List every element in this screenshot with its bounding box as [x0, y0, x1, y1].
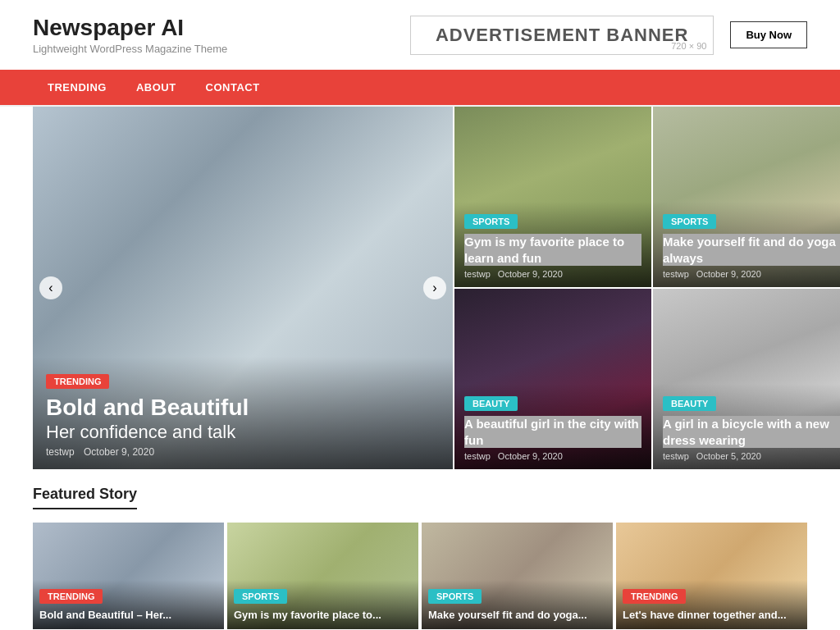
- card4-overlay: BEAUTY A girl in a bicycle with a new dr…: [653, 384, 840, 469]
- featured-grid: TRENDING Bold and Beautiful – Her... SPO…: [33, 523, 807, 629]
- card3-title: A beautiful girl in the city with fun: [464, 416, 641, 448]
- feat-card-4[interactable]: TRENDING Let's have dinner together and.…: [616, 523, 807, 629]
- card3-overlay: BEAUTY A beautiful girl in the city with…: [454, 384, 651, 469]
- hero-card-2[interactable]: SPORTS Make yourself fit and do yoga alw…: [653, 107, 840, 287]
- hero-card-1[interactable]: SPORTS Gym is my favorite place to learn…: [454, 107, 651, 287]
- feat3-title: Make yourself fit and do yoga...: [428, 609, 606, 623]
- card3-meta: testwp October 9, 2020: [464, 451, 641, 461]
- card1-badge: SPORTS: [464, 214, 518, 229]
- card2-overlay: SPORTS Make yourself fit and do yoga alw…: [653, 202, 840, 287]
- card1-meta: testwp October 9, 2020: [464, 269, 641, 279]
- feat-card-1[interactable]: TRENDING Bold and Beautiful – Her...: [33, 523, 224, 629]
- feat4-badge: TRENDING: [623, 589, 686, 604]
- feat1-badge: TRENDING: [39, 589, 103, 604]
- feat-card-3[interactable]: SPORTS Make yourself fit and do yoga...: [422, 523, 613, 629]
- ad-size: 720 × 90: [671, 41, 706, 51]
- hero-large-title1: Bold and Beautiful: [46, 394, 440, 422]
- card2-meta: testwp October 9, 2020: [663, 269, 840, 279]
- feat2-title: Gym is my favorite place to...: [234, 609, 412, 623]
- hero-large-badge: TRENDING: [46, 374, 109, 389]
- featured-section-title: Featured Story: [33, 486, 137, 509]
- hero-grid: ‹ › TRENDING Bold and Beautiful Her conf…: [33, 107, 807, 469]
- card1-title: Gym is my favorite place to learn and fu…: [464, 234, 641, 266]
- card2-title: Make yourself fit and do yoga always: [663, 234, 840, 266]
- buy-now-button[interactable]: Buy Now: [730, 21, 807, 48]
- slider-arrow-left[interactable]: ‹: [39, 276, 62, 299]
- card4-meta: testwp October 5, 2020: [663, 451, 840, 461]
- nav-item-about[interactable]: ABOUT: [121, 70, 191, 105]
- hero-large-overlay: TRENDING Bold and Beautiful Her confiden…: [33, 357, 453, 469]
- main-content: ‹ › TRENDING Bold and Beautiful Her conf…: [0, 107, 840, 630]
- feat-card-2[interactable]: SPORTS Gym is my favorite place to...: [227, 523, 418, 629]
- card1-overlay: SPORTS Gym is my favorite place to learn…: [454, 202, 651, 287]
- slider-arrow-right[interactable]: ›: [423, 276, 446, 299]
- card4-title: A girl in a bicycle with a new dress wea…: [663, 416, 840, 448]
- hero-card-3[interactable]: BEAUTY A beautiful girl in the city with…: [454, 289, 651, 469]
- ad-text: ADVERTISEMENT BANNER: [436, 25, 688, 46]
- feat3-badge: SPORTS: [428, 589, 482, 604]
- feat1-title: Bold and Beautiful – Her...: [39, 609, 217, 623]
- nav-items: TRENDING ABOUT CONTACT: [0, 70, 840, 105]
- site-header: Newspaper AI Lightweight WordPress Magaz…: [0, 0, 840, 70]
- featured-section: Featured Story TRENDING Bold and Beautif…: [0, 469, 840, 630]
- site-subtitle: Lightweight WordPress Magazine Theme: [33, 43, 227, 55]
- card2-badge: SPORTS: [663, 214, 716, 229]
- feat3-overlay: SPORTS Make yourself fit and do yoga...: [422, 580, 613, 629]
- hero-large-title2: Her confidence and talk: [46, 422, 440, 443]
- nav-item-trending[interactable]: TRENDING: [33, 70, 121, 105]
- card3-badge: BEAUTY: [464, 396, 518, 411]
- card4-badge: BEAUTY: [663, 396, 716, 411]
- feat2-overlay: SPORTS Gym is my favorite place to...: [227, 580, 418, 629]
- hero-large-card[interactable]: ‹ › TRENDING Bold and Beautiful Her conf…: [33, 107, 453, 469]
- hero-large-meta: testwp October 9, 2020: [46, 446, 440, 458]
- feat4-overlay: TRENDING Let's have dinner together and.…: [616, 580, 807, 629]
- feat1-overlay: TRENDING Bold and Beautiful – Her...: [33, 580, 224, 629]
- nav-item-contact[interactable]: CONTACT: [191, 70, 275, 105]
- feat2-badge: SPORTS: [234, 589, 287, 604]
- site-branding: Newspaper AI Lightweight WordPress Magaz…: [33, 15, 227, 55]
- feat4-title: Let's have dinner together and...: [623, 609, 801, 623]
- ad-banner: ADVERTISEMENT BANNER 720 × 90: [410, 16, 714, 55]
- hero-card-4[interactable]: BEAUTY A girl in a bicycle with a new dr…: [653, 289, 840, 469]
- site-title: Newspaper AI: [33, 15, 227, 41]
- nav-bar: TRENDING ABOUT CONTACT: [0, 70, 840, 105]
